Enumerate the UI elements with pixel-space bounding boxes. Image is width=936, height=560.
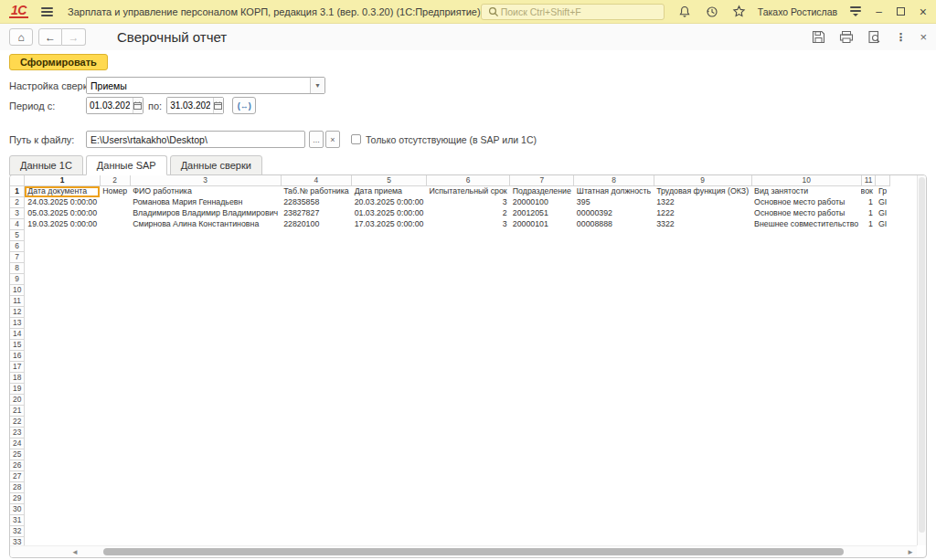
grid-cell[interactable]: 00000392 xyxy=(574,208,654,219)
grid-cell[interactable] xyxy=(861,438,876,449)
grid-cell[interactable] xyxy=(751,296,861,307)
grid-cell[interactable] xyxy=(130,263,281,274)
grid-cell[interactable]: 24.03.2025 0:00:00 xyxy=(25,197,100,208)
grid-cell[interactable] xyxy=(352,340,427,351)
grid-cell[interactable]: 1322 xyxy=(654,197,751,208)
grid-cell[interactable] xyxy=(876,285,889,296)
grid-cell[interactable] xyxy=(510,241,574,252)
column-header[interactable]: 7 xyxy=(510,175,574,186)
grid-cell[interactable] xyxy=(574,471,654,482)
grid-cell[interactable] xyxy=(654,285,751,296)
grid-cell[interactable] xyxy=(654,384,751,395)
grid-cell[interactable] xyxy=(861,537,876,546)
grid-cell[interactable] xyxy=(25,318,100,329)
grid-cell[interactable] xyxy=(574,373,654,384)
grid-cell[interactable] xyxy=(426,537,509,546)
grid-cell[interactable] xyxy=(130,515,281,526)
grid-cell[interactable] xyxy=(426,296,509,307)
grid-cell[interactable] xyxy=(100,197,130,208)
grid-cell[interactable] xyxy=(654,406,751,417)
grid-cell[interactable] xyxy=(426,307,509,318)
grid-cell[interactable]: 3322 xyxy=(654,219,751,230)
grid-cell[interactable]: Таб.№ работника xyxy=(281,186,352,197)
horizontal-scrollbar-thumb[interactable] xyxy=(103,548,844,555)
grid-cell[interactable] xyxy=(130,537,281,546)
column-header[interactable]: 3 xyxy=(130,175,281,186)
grid-cell[interactable] xyxy=(281,230,352,241)
grid-cell[interactable] xyxy=(510,515,574,526)
grid-cell[interactable] xyxy=(510,395,574,406)
grid-cell[interactable] xyxy=(130,482,281,493)
grid-cell[interactable] xyxy=(281,263,352,274)
grid-cell[interactable] xyxy=(861,241,876,252)
grid-cell[interactable]: 05.03.2025 0:00:00 xyxy=(25,208,100,219)
grid-cell[interactable] xyxy=(281,460,352,471)
grid-cell[interactable] xyxy=(281,526,352,537)
grid-cell[interactable] xyxy=(510,351,574,362)
row-number[interactable]: 29 xyxy=(10,493,25,504)
grid-cell[interactable]: 17.03.2025 0:00:00 xyxy=(352,219,427,230)
grid-cell[interactable] xyxy=(130,395,281,406)
grid-cell[interactable] xyxy=(130,384,281,395)
grid-cell[interactable] xyxy=(654,263,751,274)
grid-cell[interactable] xyxy=(510,384,574,395)
grid-cell[interactable] xyxy=(751,285,861,296)
grid-cell[interactable] xyxy=(426,406,509,417)
grid-cell[interactable] xyxy=(352,449,427,460)
grid-cell[interactable] xyxy=(25,515,100,526)
grid-cell[interactable] xyxy=(751,329,861,340)
grid-cell[interactable] xyxy=(654,515,751,526)
grid-cell[interactable] xyxy=(751,373,861,384)
grid-cell[interactable] xyxy=(25,504,100,515)
grid-cell[interactable] xyxy=(281,241,352,252)
grid-cell[interactable] xyxy=(426,230,509,241)
grid-cell[interactable] xyxy=(510,263,574,274)
grid-cell[interactable] xyxy=(25,417,100,428)
grid-cell[interactable] xyxy=(654,362,751,373)
grid-cell[interactable] xyxy=(100,285,130,296)
grid-cell[interactable] xyxy=(574,460,654,471)
grid-cell[interactable] xyxy=(426,449,509,460)
row-number[interactable]: 19 xyxy=(10,384,25,395)
grid-cell[interactable] xyxy=(654,537,751,546)
grid-cell[interactable] xyxy=(100,329,130,340)
row-number[interactable]: 1 xyxy=(10,186,25,197)
grid-cell[interactable] xyxy=(654,307,751,318)
grid-cell[interactable]: Романова Мария Геннадьевн xyxy=(130,197,281,208)
grid-cell[interactable] xyxy=(130,460,281,471)
grid-cell[interactable] xyxy=(130,373,281,384)
row-number[interactable]: 23 xyxy=(10,428,25,438)
grid-cell[interactable] xyxy=(751,230,861,241)
grid-cell[interactable] xyxy=(352,482,427,493)
grid-cell[interactable] xyxy=(510,373,574,384)
row-number[interactable]: 3 xyxy=(10,208,25,219)
grid-cell[interactable] xyxy=(574,274,654,285)
grid-cell[interactable]: 22835858 xyxy=(281,197,352,208)
grid-cell[interactable] xyxy=(574,252,654,263)
grid-cell[interactable] xyxy=(281,285,352,296)
grid-cell[interactable] xyxy=(25,438,100,449)
grid-cell[interactable] xyxy=(281,493,352,504)
grid-cell[interactable] xyxy=(861,504,876,515)
grid-cell[interactable] xyxy=(25,362,100,373)
grid-cell[interactable] xyxy=(352,307,427,318)
grid-cell[interactable] xyxy=(574,340,654,351)
grid-cell[interactable] xyxy=(426,340,509,351)
grid-cell[interactable] xyxy=(25,307,100,318)
grid-cell[interactable] xyxy=(281,537,352,546)
row-number[interactable]: 12 xyxy=(10,307,25,318)
grid-cell[interactable] xyxy=(281,329,352,340)
home-button[interactable]: ⌂ xyxy=(9,28,33,46)
grid-cell[interactable] xyxy=(574,515,654,526)
row-number[interactable]: 24 xyxy=(10,438,25,449)
grid-cell[interactable] xyxy=(574,362,654,373)
grid-cell[interactable] xyxy=(876,241,889,252)
grid-cell[interactable] xyxy=(352,351,427,362)
grid-cell[interactable] xyxy=(876,318,889,329)
grid-cell[interactable] xyxy=(654,351,751,362)
grid-cell[interactable] xyxy=(426,252,509,263)
grid-cell[interactable] xyxy=(876,493,889,504)
grid-cell[interactable] xyxy=(100,460,130,471)
grid-cell[interactable] xyxy=(426,285,509,296)
grid-cell[interactable]: 1 xyxy=(861,219,876,230)
